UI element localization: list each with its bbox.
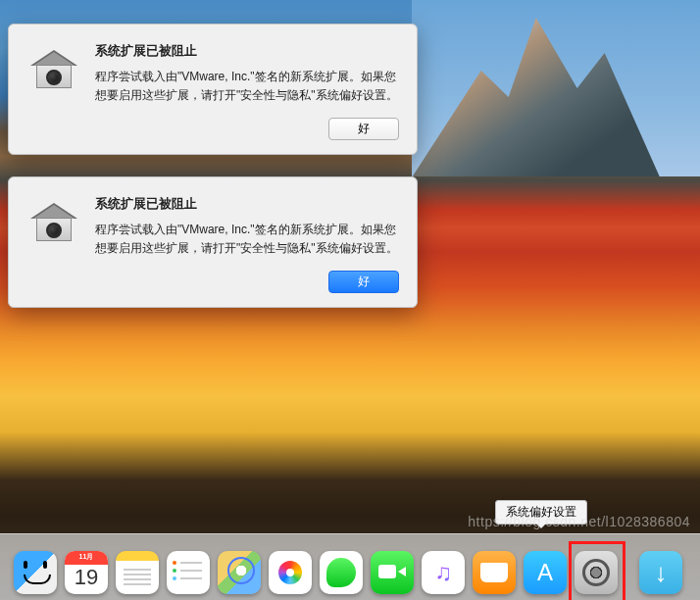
dialog-message: 程序尝试载入由"VMware, Inc."签名的新系统扩展。如果您想要启用这些扩… (95, 221, 399, 257)
photos-icon[interactable] (269, 551, 312, 594)
ok-button[interactable]: 好 (328, 118, 399, 140)
calendar-icon[interactable]: 11月 19 (65, 551, 108, 594)
system-preferences-icon[interactable] (575, 551, 618, 594)
finder-icon[interactable] (14, 551, 57, 594)
messages-icon[interactable] (320, 551, 363, 594)
alert-dialog-2: 系统扩展已被阻止 程序尝试载入由"VMware, Inc."签名的新系统扩展。如… (8, 176, 418, 308)
calendar-day: 19 (65, 565, 108, 590)
dialog-title: 系统扩展已被阻止 (95, 195, 399, 213)
maps-icon[interactable] (218, 551, 261, 594)
security-house-icon (26, 42, 81, 97)
ibooks-icon[interactable] (473, 551, 516, 594)
trash-icon[interactable] (690, 551, 700, 594)
alert-dialog-1: 系统扩展已被阻止 程序尝试载入由"VMware, Inc."签名的新系统扩展。如… (8, 24, 418, 155)
itunes-icon[interactable] (422, 551, 465, 594)
watermark-text: https://blog.csdn.net/l1028386804 (468, 514, 690, 529)
ok-button-primary[interactable]: 好 (328, 271, 399, 293)
calendar-month: 11月 (65, 552, 108, 562)
appstore-icon[interactable] (524, 551, 567, 594)
dock: 11月 19 (14, 551, 700, 594)
security-house-icon (26, 195, 81, 250)
dialog-message: 程序尝试载入由"VMware, Inc."签名的新系统扩展。如果您想要启用这些扩… (95, 68, 399, 104)
dialog-title: 系统扩展已被阻止 (95, 42, 399, 60)
notes-icon[interactable] (116, 551, 159, 594)
reminders-icon[interactable] (167, 551, 210, 594)
facetime-icon[interactable] (371, 551, 414, 594)
downloads-icon[interactable] (639, 551, 682, 594)
